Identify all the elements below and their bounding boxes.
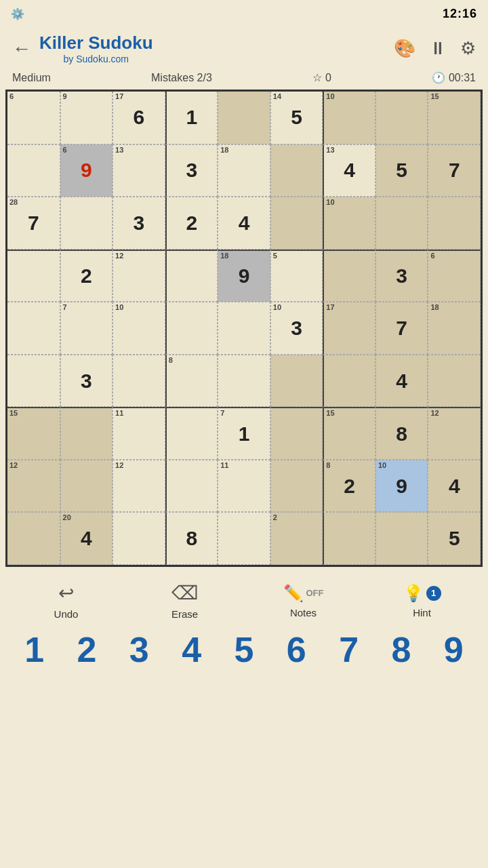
cell-r3-c7[interactable]: 3 <box>375 250 428 302</box>
cell-r7-c7[interactable]: 109 <box>375 460 428 513</box>
cell-r1-c3[interactable]: 3 <box>165 144 218 197</box>
cell-r6-c2[interactable]: 11 <box>113 407 165 460</box>
cell-r0-c4[interactable] <box>218 92 270 144</box>
cell-r4-c6[interactable]: 17 <box>323 302 375 355</box>
cell-r2-c8[interactable] <box>428 197 481 250</box>
cell-r5-c3[interactable]: 8 <box>165 355 218 408</box>
cell-r8-c2[interactable] <box>113 512 165 565</box>
cell-r8-c4[interactable] <box>218 512 270 565</box>
cell-r8-c6[interactable] <box>323 512 375 565</box>
cell-r8-c5[interactable]: 2 <box>270 512 323 565</box>
cell-r4-c5[interactable]: 103 <box>270 302 323 355</box>
cell-r1-c0[interactable] <box>7 144 60 197</box>
cell-r6-c5[interactable] <box>270 407 323 460</box>
cell-r4-c1[interactable]: 7 <box>60 302 113 355</box>
cell-r0-c3[interactable]: 1 <box>165 92 218 144</box>
cell-r1-c5[interactable] <box>270 144 323 197</box>
cell-r5-c5[interactable] <box>270 355 323 408</box>
cell-r3-c0[interactable] <box>7 250 60 302</box>
cell-r8-c1[interactable]: 204 <box>60 512 113 565</box>
cell-r3-c5[interactable]: 5 <box>270 250 323 302</box>
numpad-btn-1[interactable]: 1 <box>13 632 56 667</box>
cell-r5-c2[interactable] <box>113 355 165 408</box>
notes-icon: ✏️ <box>283 584 304 603</box>
cell-r1-c4[interactable]: 18 <box>218 144 270 197</box>
numpad-btn-2[interactable]: 2 <box>65 632 108 667</box>
cell-r5-c6[interactable] <box>323 355 375 408</box>
cell-r1-c6[interactable]: 134 <box>323 144 375 197</box>
palette-button[interactable]: 🎨 <box>394 38 415 59</box>
pause-button[interactable]: ⏸ <box>429 38 447 59</box>
cell-r4-c8[interactable]: 18 <box>428 302 481 355</box>
cell-r0-c5[interactable]: 145 <box>270 92 323 144</box>
cell-r7-c3[interactable] <box>165 460 218 513</box>
numpad-btn-7[interactable]: 7 <box>327 632 371 667</box>
cell-r1-c1[interactable]: 69 <box>60 144 113 197</box>
cell-r6-c0[interactable]: 15 <box>7 407 60 460</box>
cell-r3-c6[interactable] <box>323 250 375 302</box>
cell-r5-c1[interactable]: 3 <box>60 355 113 408</box>
cell-r7-c5[interactable] <box>270 460 323 513</box>
cell-r2-c1[interactable] <box>60 197 113 250</box>
cell-r2-c6[interactable]: 10 <box>323 197 375 250</box>
cell-r3-c8[interactable]: 6 <box>428 250 481 302</box>
cell-r3-c4[interactable]: 189 <box>218 250 270 302</box>
cell-r2-c3[interactable]: 2 <box>165 197 218 250</box>
cell-r4-c0[interactable] <box>7 302 60 355</box>
cell-r3-c3[interactable] <box>165 250 218 302</box>
cell-r7-c2[interactable]: 12 <box>113 460 165 513</box>
cell-r6-c6[interactable]: 15 <box>323 407 375 460</box>
cell-r0-c7[interactable] <box>375 92 428 144</box>
cell-r7-c4[interactable]: 11 <box>218 460 270 513</box>
cell-r6-c8[interactable]: 12 <box>428 407 481 460</box>
undo-button[interactable]: ↩ Undo <box>39 582 94 620</box>
cell-r8-c8[interactable]: 5 <box>428 512 481 565</box>
numpad-btn-5[interactable]: 5 <box>222 632 266 667</box>
cell-r4-c4[interactable] <box>218 302 270 355</box>
cell-r0-c0[interactable]: 6 <box>7 92 60 144</box>
cell-r0-c1[interactable]: 9 <box>60 92 113 144</box>
numpad-btn-3[interactable]: 3 <box>117 632 161 667</box>
hint-button[interactable]: 💡 1 Hint <box>395 584 449 618</box>
cell-r1-c7[interactable]: 5 <box>375 144 428 197</box>
cell-r2-c7[interactable] <box>375 197 428 250</box>
numpad-btn-8[interactable]: 8 <box>380 632 423 667</box>
cell-r0-c8[interactable]: 15 <box>428 92 481 144</box>
cell-r6-c1[interactable] <box>60 407 113 460</box>
cell-r2-c2[interactable]: 3 <box>113 197 165 250</box>
cell-r8-c0[interactable] <box>7 512 60 565</box>
notes-button[interactable]: ✏️ OFF Notes <box>277 584 331 618</box>
cell-r1-c2[interactable]: 13 <box>113 144 165 197</box>
cell-r8-c7[interactable] <box>375 512 428 565</box>
cell-r3-c2[interactable]: 12 <box>113 250 165 302</box>
cell-r5-c8[interactable] <box>428 355 481 408</box>
cell-r5-c7[interactable]: 4 <box>375 355 428 408</box>
cell-r4-c7[interactable]: 7 <box>375 302 428 355</box>
erase-button[interactable]: ⌫ Erase <box>158 582 212 620</box>
cell-r6-c3[interactable] <box>165 407 218 460</box>
cell-r1-c8[interactable]: 7 <box>428 144 481 197</box>
cell-r7-c8[interactable]: 4 <box>428 460 481 513</box>
cell-r7-c0[interactable]: 12 <box>7 460 60 513</box>
cell-r6-c4[interactable]: 71 <box>218 407 270 460</box>
cell-r4-c3[interactable] <box>165 302 218 355</box>
cell-r5-c4[interactable] <box>218 355 270 408</box>
cell-r3-c1[interactable]: 2 <box>60 250 113 302</box>
numpad-btn-9[interactable]: 9 <box>432 632 475 667</box>
back-button[interactable]: ← <box>12 38 31 60</box>
settings-button[interactable]: ⚙ <box>460 38 476 59</box>
cell-r2-c4[interactable]: 4 <box>218 197 270 250</box>
cell-r2-c0[interactable]: 287 <box>7 197 60 250</box>
cell-r5-c0[interactable] <box>7 355 60 408</box>
cell-r8-c3[interactable]: 8 <box>165 512 218 565</box>
cell-r2-c5[interactable] <box>270 197 323 250</box>
numpad-btn-4[interactable]: 4 <box>170 632 214 667</box>
cell-r7-c1[interactable] <box>60 460 113 513</box>
cell-r0-c6[interactable]: 10 <box>323 92 375 144</box>
numpad-btn-6[interactable]: 6 <box>274 632 318 667</box>
cell-r7-c6[interactable]: 82 <box>323 460 375 513</box>
cell-r6-c7[interactable]: 8 <box>375 407 428 460</box>
cell-r4-c2[interactable]: 10 <box>113 302 165 355</box>
sudoku-grid[interactable]: 6917611451015691331813457287324102121895… <box>5 90 483 567</box>
cell-r0-c2[interactable]: 176 <box>113 92 165 144</box>
